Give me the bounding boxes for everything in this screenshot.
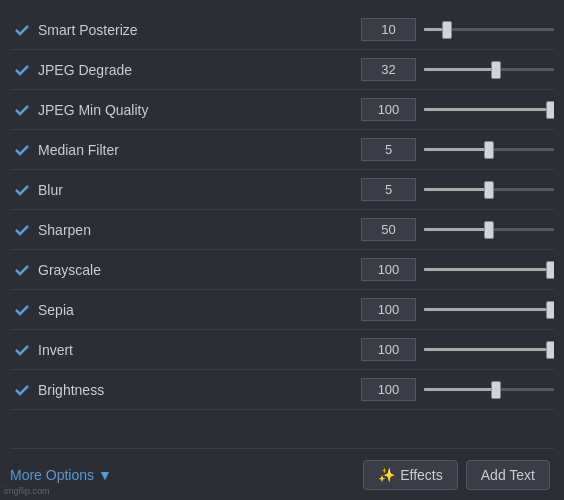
effect-row-jpeg-min-quality: JPEG Min Quality	[10, 90, 554, 130]
effect-value-sepia[interactable]	[361, 298, 416, 321]
effect-value-smart-posterize[interactable]	[361, 18, 416, 41]
add-text-button[interactable]: Add Text	[466, 460, 550, 490]
checkbox-invert[interactable]	[10, 338, 34, 362]
watermark: imgflip.com	[4, 486, 50, 496]
effect-row-sepia: Sepia	[10, 290, 554, 330]
effects-label: Effects	[400, 467, 443, 483]
effect-row-brightness: Brightness	[10, 370, 554, 410]
effect-value-sharpen[interactable]	[361, 218, 416, 241]
slider-jpeg-degrade[interactable]	[424, 60, 554, 80]
effect-name-sepia: Sepia	[34, 302, 361, 318]
slider-thumb-smart-posterize[interactable]	[442, 21, 452, 39]
effect-row-blur: Blur	[10, 170, 554, 210]
checkbox-sepia[interactable]	[10, 298, 34, 322]
effect-value-jpeg-min-quality[interactable]	[361, 98, 416, 121]
effect-row-jpeg-degrade: JPEG Degrade	[10, 50, 554, 90]
slider-thumb-grayscale[interactable]	[546, 261, 554, 279]
more-options-label: More Options	[10, 467, 94, 483]
effect-name-jpeg-degrade: JPEG Degrade	[34, 62, 361, 78]
effect-value-blur[interactable]	[361, 178, 416, 201]
checkbox-median-filter[interactable]	[10, 138, 34, 162]
effects-icon: ✨	[378, 467, 395, 483]
checkbox-jpeg-degrade[interactable]	[10, 58, 34, 82]
slider-thumb-brightness[interactable]	[491, 381, 501, 399]
slider-smart-posterize[interactable]	[424, 20, 554, 40]
checkbox-sharpen[interactable]	[10, 218, 34, 242]
checkbox-jpeg-min-quality[interactable]	[10, 98, 34, 122]
slider-sharpen[interactable]	[424, 220, 554, 240]
effect-value-invert[interactable]	[361, 338, 416, 361]
effects-button[interactable]: ✨ Effects	[363, 460, 458, 490]
effect-name-jpeg-min-quality: JPEG Min Quality	[34, 102, 361, 118]
effect-name-smart-posterize: Smart Posterize	[34, 22, 361, 38]
effect-name-median-filter: Median Filter	[34, 142, 361, 158]
slider-thumb-median-filter[interactable]	[484, 141, 494, 159]
slider-thumb-blur[interactable]	[484, 181, 494, 199]
slider-thumb-jpeg-degrade[interactable]	[491, 61, 501, 79]
more-options-button[interactable]: More Options ▼	[10, 467, 112, 483]
footer-buttons: ✨ Effects Add Text	[363, 460, 550, 490]
slider-thumb-invert[interactable]	[546, 341, 554, 359]
footer: More Options ▼ ✨ Effects Add Text	[10, 448, 554, 500]
slider-sepia[interactable]	[424, 300, 554, 320]
main-container: Smart PosterizeJPEG DegradeJPEG Min Qual…	[0, 0, 564, 500]
add-text-label: Add Text	[481, 467, 535, 483]
slider-blur[interactable]	[424, 180, 554, 200]
effect-name-invert: Invert	[34, 342, 361, 358]
effects-list: Smart PosterizeJPEG DegradeJPEG Min Qual…	[10, 10, 554, 448]
effect-row-smart-posterize: Smart Posterize	[10, 10, 554, 50]
effect-value-jpeg-degrade[interactable]	[361, 58, 416, 81]
checkbox-brightness[interactable]	[10, 378, 34, 402]
effect-value-grayscale[interactable]	[361, 258, 416, 281]
effect-name-grayscale: Grayscale	[34, 262, 361, 278]
slider-thumb-sepia[interactable]	[546, 301, 554, 319]
slider-median-filter[interactable]	[424, 140, 554, 160]
checkbox-blur[interactable]	[10, 178, 34, 202]
effect-row-median-filter: Median Filter	[10, 130, 554, 170]
effect-name-brightness: Brightness	[34, 382, 361, 398]
effect-row-sharpen: Sharpen	[10, 210, 554, 250]
effect-value-median-filter[interactable]	[361, 138, 416, 161]
slider-invert[interactable]	[424, 340, 554, 360]
slider-brightness[interactable]	[424, 380, 554, 400]
effect-row-invert: Invert	[10, 330, 554, 370]
slider-grayscale[interactable]	[424, 260, 554, 280]
effect-value-brightness[interactable]	[361, 378, 416, 401]
slider-thumb-sharpen[interactable]	[484, 221, 494, 239]
slider-jpeg-min-quality[interactable]	[424, 100, 554, 120]
effect-name-sharpen: Sharpen	[34, 222, 361, 238]
checkbox-grayscale[interactable]	[10, 258, 34, 282]
effect-row-grayscale: Grayscale	[10, 250, 554, 290]
chevron-down-icon: ▼	[98, 467, 112, 483]
slider-thumb-jpeg-min-quality[interactable]	[546, 101, 554, 119]
checkbox-smart-posterize[interactable]	[10, 18, 34, 42]
effect-name-blur: Blur	[34, 182, 361, 198]
